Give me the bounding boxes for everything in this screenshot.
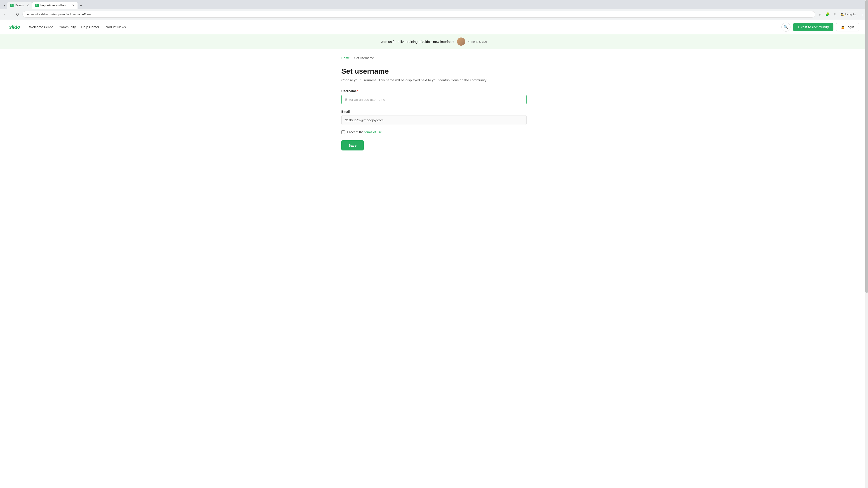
back-button[interactable]: ‹ [3, 11, 7, 18]
address-bar[interactable]: community.slido.com/ssoproxy/setUsername… [22, 11, 815, 18]
username-group: Username* [341, 89, 527, 104]
terms-checkbox[interactable] [341, 130, 345, 134]
breadcrumb-separator: › [351, 57, 352, 60]
banner-timestamp: 4 months ago [468, 40, 487, 43]
page-subtitle: Choose your username. This name will be … [341, 78, 527, 82]
tab-dropdown[interactable]: ▾ [2, 2, 7, 9]
terms-label: I accept the terms of use. [347, 130, 383, 134]
page: slido Welcome Guide Community Help Cente… [0, 20, 868, 488]
login-button[interactable]: 🙍 Login [836, 23, 859, 31]
nav-actions: 🔍 + Post to community 🙍 Login [781, 23, 859, 32]
breadcrumb-current: Set username [354, 56, 374, 60]
email-group: Email [341, 110, 527, 125]
tab-favicon-events: S [10, 4, 13, 7]
download-button[interactable]: ⬇ [832, 11, 838, 18]
email-input [341, 115, 527, 125]
tab-favicon-help: S [35, 4, 39, 7]
forward-button[interactable]: › [8, 11, 13, 18]
site-logo[interactable]: slido [9, 24, 20, 30]
username-input[interactable] [341, 95, 527, 104]
browser-toolbar: ‹ › ↻ community.slido.com/ssoproxy/setUs… [0, 9, 868, 20]
new-tab-button[interactable]: + [78, 2, 84, 9]
terms-link[interactable]: terms of use [364, 130, 382, 134]
scrollbar-track[interactable] [865, 0, 868, 488]
banner-avatar [457, 37, 465, 46]
tab-bar: ▾ S Events ✕ S Help articles and best pr… [0, 0, 868, 9]
required-indicator: * [357, 89, 358, 93]
extensions-button[interactable]: 🧩 [824, 11, 831, 18]
announcement-banner[interactable]: Join us for a live training of Slido's n… [0, 34, 868, 49]
incognito-icon: 🕵 [841, 13, 844, 16]
incognito-label: Incognito [845, 13, 856, 16]
tab-close-events[interactable]: ✕ [26, 4, 29, 7]
tab-label-events: Events [16, 4, 24, 7]
site-nav: slido Welcome Guide Community Help Cente… [0, 20, 868, 34]
nav-help-center[interactable]: Help Center [81, 24, 99, 30]
tab-help[interactable]: S Help articles and best practices ✕ [32, 2, 78, 9]
tab-events[interactable]: S Events ✕ [7, 2, 32, 9]
tab-label-help: Help articles and best practices [40, 4, 69, 7]
avatar-image [457, 37, 465, 46]
scrollbar-thumb[interactable] [865, 0, 868, 293]
username-label: Username* [341, 89, 527, 93]
url-display: community.slido.com/ssoproxy/setUsername… [26, 13, 812, 16]
email-label: Email [341, 110, 527, 113]
nav-links: Welcome Guide Community Help Center Prod… [29, 24, 774, 30]
nav-product-news[interactable]: Product News [105, 24, 126, 30]
post-to-community-button[interactable]: + Post to community [793, 23, 833, 31]
tab-close-help[interactable]: ✕ [72, 4, 75, 7]
search-icon: 🔍 [784, 25, 788, 29]
incognito-badge: 🕵 Incognito [839, 12, 858, 17]
banner-text: Join us for a live training of Slido's n… [381, 40, 454, 43]
toolbar-actions: ☆ 🧩 ⬇ 🕵 Incognito ⋮ [817, 11, 865, 18]
main-content: Home › Set username Set username Choose … [332, 49, 536, 158]
breadcrumb-home[interactable]: Home [341, 56, 350, 60]
bookmark-button[interactable]: ☆ [817, 11, 823, 18]
nav-community[interactable]: Community [59, 24, 76, 30]
search-button[interactable]: 🔍 [781, 23, 790, 32]
browser-chrome: ▾ S Events ✕ S Help articles and best pr… [0, 0, 868, 20]
logo-text: slido [9, 24, 20, 30]
page-title: Set username [341, 67, 527, 75]
save-button[interactable]: Save [341, 140, 364, 151]
reload-button[interactable]: ↻ [14, 11, 21, 18]
breadcrumb: Home › Set username [341, 56, 527, 60]
terms-group: I accept the terms of use. [341, 130, 527, 134]
set-username-form: Set username Choose your username. This … [341, 67, 527, 151]
menu-button[interactable]: ⋮ [859, 11, 865, 18]
nav-welcome-guide[interactable]: Welcome Guide [29, 24, 53, 30]
